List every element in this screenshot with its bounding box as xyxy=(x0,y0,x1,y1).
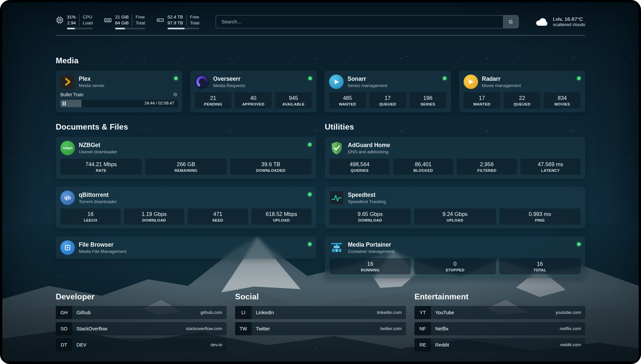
status-dot xyxy=(577,242,581,246)
stat-upload: 9.24 GbpsUPLOAD xyxy=(414,208,496,225)
overseerr-icon xyxy=(195,75,209,89)
section-title-entertainment: Entertainment xyxy=(414,292,585,301)
cloud-icon xyxy=(535,17,549,27)
stat-movies: 834MOVIES xyxy=(544,92,581,108)
stat-pending: 21PENDING xyxy=(195,92,232,108)
radarr-icon: ▶ xyxy=(464,75,478,89)
service-name: Media Portainer xyxy=(348,241,394,248)
ram-total-value: 64 GiB xyxy=(115,20,129,26)
bookmark-column-developer: Developer GH Github github.com SO StackO… xyxy=(56,292,227,351)
section-title-media: Media xyxy=(56,56,585,65)
service-card-portainer[interactable]: Media Portainer Container management 16R… xyxy=(325,236,585,278)
stat-queued: 22QUEUED xyxy=(504,92,540,108)
service-name: AdGuard Home xyxy=(348,142,390,149)
stat-filtered: 2,956FILTERED xyxy=(457,159,517,175)
header-divider xyxy=(56,35,585,36)
stat-running: 16RUNNING xyxy=(329,258,411,274)
ram-total-label: Total xyxy=(136,20,145,26)
service-name: qBittorrent xyxy=(79,192,117,198)
service-card-radarr[interactable]: ▶ Radarr Movie management 17WANTED 22QUE… xyxy=(459,71,586,112)
cpu-usage-value: 31% xyxy=(67,14,76,20)
bookmark-url: github.com xyxy=(200,310,227,315)
stat-wanted: 17WANTED xyxy=(464,92,501,108)
cpu-progress-bar xyxy=(67,28,93,29)
bookmark-dev[interactable]: DT DEV dev.to xyxy=(56,338,227,351)
service-desc: DNS and adblocking xyxy=(348,149,390,154)
service-desc: Movie management xyxy=(482,83,521,88)
gear-icon[interactable]: ⚙ xyxy=(173,92,177,98)
status-dot xyxy=(308,143,312,146)
section-title-social: Social xyxy=(235,292,406,301)
bookmark-url: youtube.com xyxy=(556,310,585,315)
search-provider-button[interactable]: G xyxy=(503,15,518,28)
stat-series: 196SERIES xyxy=(410,92,446,108)
service-card-adguard[interactable]: AdGuard Home DNS and adblocking 498,564Q… xyxy=(325,137,585,179)
bookmark-url: stackoverflow.com xyxy=(186,326,227,331)
disk-free-label: Free xyxy=(190,14,199,20)
top-bar: 31% 2.94 CPU Load xyxy=(56,14,585,29)
disk-total-value: 97.9 TB xyxy=(168,20,183,26)
bookmark-name: Reddit xyxy=(435,342,449,348)
bookmark-abbr: DT xyxy=(56,338,72,351)
stat-rate: 744.21 MbpsRATE xyxy=(60,159,142,175)
search-input[interactable] xyxy=(216,15,503,28)
status-dot xyxy=(174,76,178,80)
service-card-qbittorrent[interactable]: qb qBittorrent Torrent downloader 16LEEC… xyxy=(56,187,316,228)
bookmark-netflix[interactable]: NF Netflix netflix.com xyxy=(414,322,585,335)
stat-total: 16TOTAL xyxy=(499,258,581,274)
bookmark-twitter[interactable]: TW Twitter twitter.com xyxy=(235,322,406,335)
system-stats: 31% 2.94 CPU Load xyxy=(56,14,199,29)
disk-free-value: 52.4 TB xyxy=(168,14,183,20)
sonarr-icon: ▶ xyxy=(329,75,344,89)
bookmark-abbr: LI xyxy=(235,306,252,319)
service-name: Plex xyxy=(79,76,105,82)
stat-queries: 498,564QUERIES xyxy=(329,159,390,175)
playback-time: 24:44 / 02:06:47 xyxy=(144,101,174,106)
pause-button[interactable] xyxy=(63,102,67,106)
bookmark-column-social: Social LI LinkedIn linkedin.com TW Twitt… xyxy=(235,292,406,351)
bookmark-stackoverflow[interactable]: SO StackOverflow stackoverflow.com xyxy=(56,322,227,335)
bookmark-name: Github xyxy=(76,310,91,315)
bookmark-url: dev.to xyxy=(210,342,227,347)
bookmark-abbr: RE xyxy=(414,338,431,351)
disk-progress-bar xyxy=(168,28,199,29)
disk-icon xyxy=(156,16,164,24)
service-name: File Browser xyxy=(79,241,127,248)
service-card-plex[interactable]: Plex Media server Bullet Train ⚙ xyxy=(56,71,182,112)
service-card-filebrowser[interactable]: File Browser Media File Management xyxy=(56,236,316,259)
service-card-overseerr[interactable]: Overseerr Media Requests 21PENDING 40APP… xyxy=(190,71,317,112)
service-card-nzbget[interactable]: nzbget NZBGet Usenet downloader 744.21 M… xyxy=(56,137,316,179)
bookmark-url: twitter.com xyxy=(380,326,406,331)
cpu-usage-label: CPU xyxy=(83,14,93,20)
bookmark-github[interactable]: GH Github github.com xyxy=(56,306,227,319)
cpu-load-label: Load xyxy=(83,20,93,26)
bookmark-name: YouTube xyxy=(435,310,454,315)
weather-location: Lviv, 16.87°C xyxy=(553,16,585,22)
ram-stat-group: 21 GiB 64 GiB Free Total xyxy=(104,14,145,29)
bookmark-column-entertainment: Entertainment YT YouTube youtube.com NF … xyxy=(414,292,585,351)
service-name: Speedtest xyxy=(348,192,386,198)
bookmark-url: reddit.com xyxy=(560,342,585,347)
service-name: Sonarr xyxy=(348,76,387,82)
plex-icon xyxy=(60,75,75,89)
service-desc: Container management xyxy=(348,249,394,254)
playback-progress-bar: 24:44 / 02:06:47 xyxy=(60,100,178,107)
service-card-speedtest[interactable]: Speedtest Speedtest Tracking 9.65 GbpsDO… xyxy=(325,187,585,228)
bookmark-reddit[interactable]: RE Reddit reddit.com xyxy=(414,338,585,351)
service-card-sonarr[interactable]: ▶ Sonarr Series management 485WANTED 17Q… xyxy=(324,71,451,112)
status-dot xyxy=(308,76,312,80)
disk-total-label: Total xyxy=(190,20,199,26)
stat-stopped: 0STOPPED xyxy=(414,258,496,274)
bookmark-abbr: TW xyxy=(235,322,252,335)
ram-free-label: Free xyxy=(136,14,145,20)
bookmark-youtube[interactable]: YT YouTube youtube.com xyxy=(414,306,585,319)
stat-ping: 0.993 msPING xyxy=(499,208,581,225)
stat-queued: 17QUEUED xyxy=(369,92,406,108)
bookmark-linkedin[interactable]: LI LinkedIn linkedin.com xyxy=(235,306,406,319)
cpu-stat-group: 31% 2.94 CPU Load xyxy=(56,14,93,29)
ram-free-value: 21 GiB xyxy=(115,14,129,20)
stat-available: 945AVAILABLE xyxy=(275,92,312,108)
service-name: Overseerr xyxy=(213,76,246,82)
stat-blocked: 86,401BLOCKED xyxy=(393,159,453,175)
service-name: Radarr xyxy=(482,76,521,82)
